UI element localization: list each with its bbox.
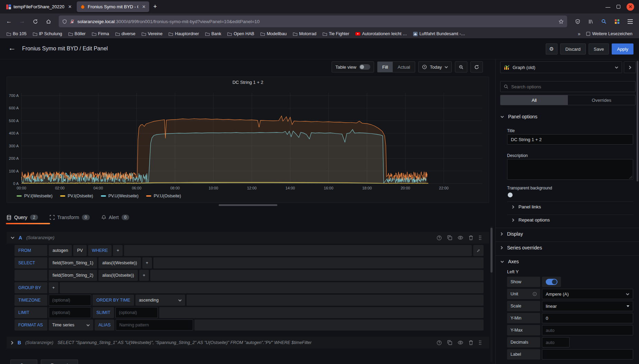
home-button[interactable] bbox=[43, 16, 54, 27]
query-a-header[interactable]: A (Solaranzeige) bbox=[7, 232, 489, 244]
from-retention[interactable]: autogen bbox=[49, 245, 72, 256]
add-part-button[interactable]: + bbox=[142, 257, 152, 268]
options-search[interactable] bbox=[500, 81, 636, 92]
select-field[interactable]: field(Strom_String_2) bbox=[49, 270, 97, 281]
orderbytime-label[interactable]: ORDER BY TIME bbox=[93, 295, 134, 306]
back-to-dashboard-icon[interactable]: ← bbox=[8, 43, 16, 52]
bookmark-item[interactable]: Hauptordner bbox=[166, 31, 201, 37]
extension-icon[interactable] bbox=[611, 16, 622, 27]
formatas-select[interactable]: Time series bbox=[49, 319, 93, 331]
expand-chevron-icon[interactable] bbox=[11, 341, 13, 345]
timezone-label[interactable]: TIMEZONE bbox=[15, 295, 47, 306]
legend-item[interactable]: PV.I(Westseite) bbox=[17, 194, 53, 198]
ymin-input[interactable] bbox=[542, 313, 633, 323]
search-options-input[interactable] bbox=[511, 84, 632, 89]
trash-icon[interactable] bbox=[469, 235, 473, 240]
legend-item[interactable]: PV.I(Ostseite) bbox=[60, 194, 93, 198]
groupby-label[interactable]: GROUP BY bbox=[15, 282, 47, 293]
formatas-label[interactable]: FORMAT AS bbox=[15, 319, 47, 331]
bookmark-item[interactable]: IP Schulung bbox=[30, 31, 65, 37]
bookmark-item[interactable]: Böller bbox=[66, 31, 88, 37]
bookmark-item[interactable]: Firma bbox=[89, 31, 112, 37]
slimit-input[interactable] bbox=[115, 307, 158, 318]
bookmark-item-youtube[interactable]: Autorotationen leicht … bbox=[353, 31, 409, 37]
eye-icon[interactable] bbox=[458, 341, 463, 345]
tab-close-icon[interactable]: ✕ bbox=[142, 4, 146, 9]
shield-icon[interactable] bbox=[62, 19, 67, 24]
menu-hamburger-icon[interactable] bbox=[624, 16, 636, 27]
refresh-button[interactable] bbox=[470, 61, 483, 72]
back-button[interactable]: ← bbox=[3, 16, 15, 27]
section-display[interactable]: Display bbox=[500, 231, 523, 237]
duplicate-icon[interactable] bbox=[447, 340, 452, 345]
zoom-out-button[interactable] bbox=[455, 61, 467, 72]
collapse-pane-button[interactable] bbox=[624, 61, 636, 73]
bookmark-item[interactable]: Open HAB bbox=[225, 31, 257, 37]
bookmark-item[interactable]: Modellbau bbox=[258, 31, 289, 37]
query-scrollbar[interactable] bbox=[490, 226, 493, 362]
bookmark-item[interactable]: Bo 105 bbox=[4, 31, 29, 37]
select-alias[interactable]: alias(I(Westseite)) bbox=[98, 257, 141, 268]
show-toggle[interactable] bbox=[546, 279, 557, 285]
info-icon[interactable] bbox=[533, 292, 537, 296]
timezone-input[interactable] bbox=[49, 295, 91, 306]
drag-handle-icon[interactable] bbox=[479, 340, 481, 345]
section-axes[interactable]: Axes bbox=[500, 259, 519, 264]
add-groupby-button[interactable]: + bbox=[49, 282, 58, 293]
bookmark-item[interactable]: Tie Fighter bbox=[320, 31, 352, 37]
insecure-lock-icon[interactable] bbox=[70, 19, 75, 24]
add-part-button[interactable]: + bbox=[139, 270, 149, 281]
decimals-input[interactable] bbox=[542, 337, 570, 347]
discard-button[interactable]: Discard bbox=[560, 43, 586, 55]
chart-legend[interactable]: PV.I(Westseite)PV.I(Ostseite)PV.U(Westse… bbox=[17, 194, 181, 198]
scale-select[interactable]: linear bbox=[542, 301, 633, 311]
axis-label-input[interactable] bbox=[542, 349, 633, 360]
bookmark-item-lba[interactable]: Luftfahrt Bundesamt -… bbox=[411, 31, 468, 37]
visualization-picker[interactable]: Graph (old) bbox=[500, 61, 622, 73]
apply-button[interactable]: Apply bbox=[612, 43, 633, 55]
section-series-overrides[interactable]: Series overrides bbox=[500, 245, 542, 250]
panel-settings-gear-button[interactable]: ⚙ bbox=[546, 43, 557, 55]
add-query-button[interactable]: ＋ Query bbox=[10, 360, 37, 364]
bookmark-item[interactable]: Vereine bbox=[139, 31, 165, 37]
panel-splitter-handle[interactable] bbox=[219, 204, 277, 206]
section-panel-options[interactable]: Panel options bbox=[500, 114, 537, 119]
resize-handle-icon[interactable] bbox=[629, 176, 632, 179]
section-panel-links[interactable]: Panel links bbox=[512, 204, 541, 209]
ymax-input[interactable] bbox=[542, 325, 633, 335]
drag-handle-icon[interactable] bbox=[479, 235, 481, 240]
other-bookmarks[interactable]: Weitere Lesezeichen bbox=[584, 31, 635, 37]
bookmark-item[interactable]: diverse bbox=[113, 31, 138, 37]
table-view-toggle[interactable] bbox=[359, 64, 370, 70]
dc-string-chart-plot[interactable]: 0 A100 A200 A300 A400 A500 A600 A700 A00… bbox=[7, 77, 489, 192]
legend-item[interactable]: PV.U(Westseite) bbox=[101, 194, 139, 198]
trash-icon[interactable] bbox=[469, 340, 473, 345]
legend-item[interactable]: PV.U(Ostseite) bbox=[146, 194, 181, 198]
section-repeat-options[interactable]: Repeat options bbox=[512, 217, 550, 223]
browser-tab-tempfile[interactable]: tempFileForShare_20220 ✕ bbox=[3, 1, 75, 12]
addon-shield-icon[interactable] bbox=[572, 16, 583, 27]
unit-select[interactable]: Ampere (A) bbox=[542, 289, 633, 299]
limit-label[interactable]: LIMIT bbox=[15, 307, 47, 318]
actual-option[interactable]: Actual bbox=[393, 62, 415, 72]
select-alias[interactable]: alias(I(Ostseite)) bbox=[98, 270, 138, 281]
browser-tab-grafana[interactable]: Fronius Symo mit BYD - G ✕ bbox=[77, 1, 149, 12]
search-addon-icon[interactable] bbox=[598, 16, 609, 27]
reload-button[interactable] bbox=[30, 16, 41, 27]
eye-icon[interactable] bbox=[458, 236, 463, 240]
tab-alert[interactable]: Alert 0 bbox=[102, 211, 129, 224]
bookmark-item[interactable]: Bank bbox=[203, 31, 224, 37]
select-label[interactable]: SELECT bbox=[15, 257, 47, 268]
minimize-button[interactable]: — bbox=[605, 4, 610, 10]
alias-input[interactable] bbox=[116, 319, 193, 331]
add-where-button[interactable]: + bbox=[113, 245, 123, 256]
forward-button[interactable]: → bbox=[17, 16, 28, 27]
filter-overrides[interactable]: Overrides bbox=[568, 95, 635, 105]
bookmarks-overflow-chevron[interactable]: » bbox=[578, 31, 581, 37]
alias-label[interactable]: ALIAS bbox=[95, 319, 114, 331]
toggle-text-edit-button[interactable] bbox=[473, 245, 484, 256]
panel-description-textarea[interactable] bbox=[507, 159, 633, 180]
limit-input[interactable] bbox=[49, 307, 91, 318]
add-expression-button[interactable]: ＋ Expression bbox=[41, 360, 78, 364]
duplicate-icon[interactable] bbox=[447, 235, 452, 240]
